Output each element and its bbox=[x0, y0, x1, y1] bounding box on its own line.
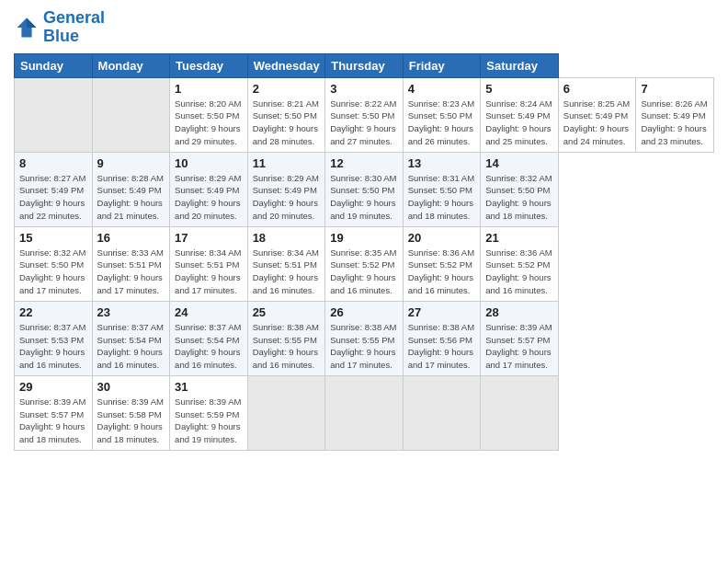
day-cell-15: 15Sunrise: 8:32 AMSunset: 5:50 PMDayligh… bbox=[15, 226, 93, 301]
col-header-wednesday: Wednesday bbox=[247, 53, 325, 77]
calendar-table: SundayMondayTuesdayWednesdayThursdayFrid… bbox=[14, 53, 714, 451]
day-cell-12: 12Sunrise: 8:30 AMSunset: 5:50 PMDayligh… bbox=[325, 152, 404, 226]
day-cell-7: 7Sunrise: 8:26 AMSunset: 5:49 PMDaylight… bbox=[636, 77, 714, 152]
day-cell-22: 22Sunrise: 8:37 AMSunset: 5:53 PMDayligh… bbox=[15, 301, 93, 375]
col-header-thursday: Thursday bbox=[325, 53, 404, 77]
day-cell-18: 18Sunrise: 8:34 AMSunset: 5:51 PMDayligh… bbox=[247, 226, 325, 301]
day-cell-26: 26Sunrise: 8:38 AMSunset: 5:55 PMDayligh… bbox=[325, 301, 404, 375]
col-header-friday: Friday bbox=[403, 53, 481, 77]
day-cell-6: 6Sunrise: 8:25 AMSunset: 5:49 PMDaylight… bbox=[558, 77, 636, 152]
day-cell-10: 10Sunrise: 8:29 AMSunset: 5:49 PMDayligh… bbox=[170, 152, 248, 226]
day-cell-30: 30Sunrise: 8:39 AMSunset: 5:58 PMDayligh… bbox=[92, 375, 170, 450]
day-cell-27: 27Sunrise: 8:38 AMSunset: 5:56 PMDayligh… bbox=[403, 301, 481, 375]
svg-marker-1 bbox=[27, 17, 37, 28]
empty-cell bbox=[403, 375, 481, 450]
empty-cell bbox=[247, 375, 325, 450]
day-cell-25: 25Sunrise: 8:38 AMSunset: 5:55 PMDayligh… bbox=[247, 301, 325, 375]
day-cell-23: 23Sunrise: 8:37 AMSunset: 5:54 PMDayligh… bbox=[92, 301, 170, 375]
day-cell-2: 2Sunrise: 8:21 AMSunset: 5:50 PMDaylight… bbox=[247, 77, 325, 152]
day-cell-16: 16Sunrise: 8:33 AMSunset: 5:51 PMDayligh… bbox=[92, 226, 170, 301]
day-cell-8: 8Sunrise: 8:27 AMSunset: 5:49 PMDaylight… bbox=[15, 152, 93, 226]
day-cell-24: 24Sunrise: 8:37 AMSunset: 5:54 PMDayligh… bbox=[170, 301, 248, 375]
empty-cell bbox=[92, 77, 170, 152]
day-cell-31: 31Sunrise: 8:39 AMSunset: 5:59 PMDayligh… bbox=[170, 375, 248, 450]
logo-text: General Blue bbox=[43, 9, 105, 46]
day-cell-19: 19Sunrise: 8:35 AMSunset: 5:52 PMDayligh… bbox=[325, 226, 404, 301]
day-cell-11: 11Sunrise: 8:29 AMSunset: 5:49 PMDayligh… bbox=[247, 152, 325, 226]
day-cell-29: 29Sunrise: 8:39 AMSunset: 5:57 PMDayligh… bbox=[15, 375, 93, 450]
day-cell-21: 21Sunrise: 8:36 AMSunset: 5:52 PMDayligh… bbox=[481, 226, 559, 301]
logo-icon bbox=[14, 15, 40, 40]
day-cell-3: 3Sunrise: 8:22 AMSunset: 5:50 PMDaylight… bbox=[325, 77, 404, 152]
empty-cell bbox=[325, 375, 404, 450]
day-cell-28: 28Sunrise: 8:39 AMSunset: 5:57 PMDayligh… bbox=[481, 301, 559, 375]
day-cell-9: 9Sunrise: 8:28 AMSunset: 5:49 PMDaylight… bbox=[92, 152, 170, 226]
header: General Blue bbox=[14, 9, 714, 46]
empty-cell bbox=[481, 375, 559, 450]
empty-cell bbox=[15, 77, 93, 152]
col-header-tuesday: Tuesday bbox=[170, 53, 248, 77]
day-cell-14: 14Sunrise: 8:32 AMSunset: 5:50 PMDayligh… bbox=[481, 152, 559, 226]
calendar-container: General Blue SundayMondayTuesdayWednesda… bbox=[0, 0, 728, 563]
col-header-sunday: Sunday bbox=[15, 53, 93, 77]
day-cell-4: 4Sunrise: 8:23 AMSunset: 5:50 PMDaylight… bbox=[403, 77, 481, 152]
day-cell-20: 20Sunrise: 8:36 AMSunset: 5:52 PMDayligh… bbox=[403, 226, 481, 301]
day-cell-13: 13Sunrise: 8:31 AMSunset: 5:50 PMDayligh… bbox=[403, 152, 481, 226]
col-header-saturday: Saturday bbox=[481, 53, 559, 77]
day-cell-5: 5Sunrise: 8:24 AMSunset: 5:49 PMDaylight… bbox=[481, 77, 559, 152]
logo: General Blue bbox=[14, 9, 105, 46]
col-header-monday: Monday bbox=[92, 53, 170, 77]
day-cell-17: 17Sunrise: 8:34 AMSunset: 5:51 PMDayligh… bbox=[170, 226, 248, 301]
day-cell-1: 1Sunrise: 8:20 AMSunset: 5:50 PMDaylight… bbox=[170, 77, 248, 152]
